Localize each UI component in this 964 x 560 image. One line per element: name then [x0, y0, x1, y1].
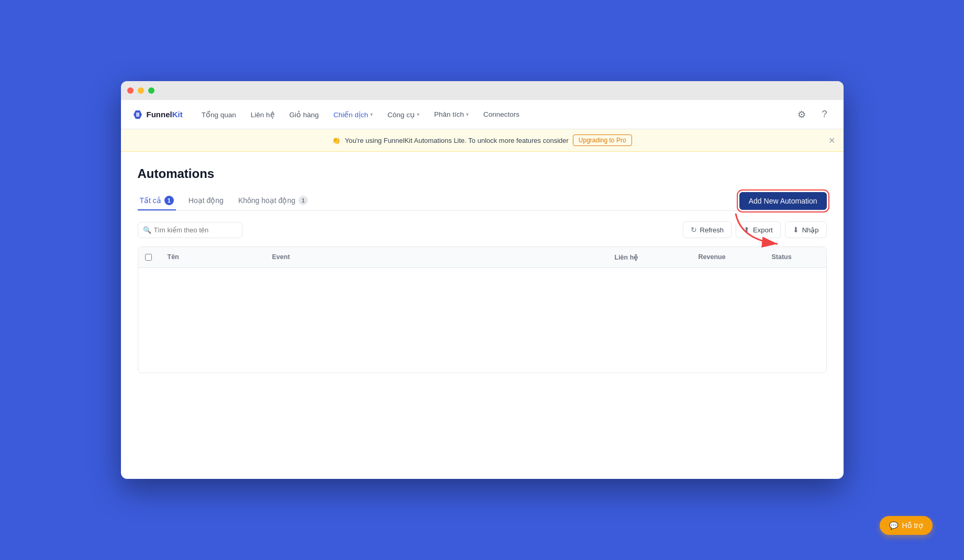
- nav-cong-cu[interactable]: Công cụ ▾: [381, 107, 426, 122]
- toolbar-actions: ↻ Refresh ⬆ Export ⬇ Nhập: [683, 221, 827, 238]
- search-icon: 🔍: [143, 226, 151, 234]
- dot-green[interactable]: [148, 87, 154, 94]
- toolbar: 🔍 ↻ Refresh ⬆ Export ⬇ Nhập: [138, 221, 827, 238]
- tab-all[interactable]: Tất cả 1: [138, 192, 176, 210]
- banner-emoji: 👏: [332, 137, 340, 144]
- table-body: [138, 268, 826, 373]
- support-button[interactable]: 💬 Hỗ trợ: [880, 516, 933, 535]
- nav-connectors[interactable]: Connectors: [477, 107, 526, 121]
- col-event: Event: [264, 247, 606, 267]
- top-navigation: FunnelKit Tổng quan Liên hệ Giỏ hàng Chi…: [121, 100, 844, 129]
- nav-tong-quan[interactable]: Tổng quan: [195, 107, 242, 122]
- dot-yellow[interactable]: [138, 87, 144, 94]
- dot-red[interactable]: [127, 87, 134, 94]
- page-title: Automations: [138, 166, 827, 181]
- help-button[interactable]: ?: [816, 106, 833, 123]
- nav-items: Tổng quan Liên hệ Giỏ hàng Chiến dịch ▾ …: [195, 107, 793, 122]
- automations-table: Tên Event Liên hệ Revenue Status: [138, 247, 827, 373]
- search-input[interactable]: [138, 222, 242, 238]
- chevron-down-icon: ▾: [417, 111, 419, 117]
- import-button[interactable]: ⬇ Nhập: [785, 221, 827, 238]
- chevron-down-icon: ▾: [466, 111, 469, 117]
- col-ten: Tên: [159, 247, 264, 267]
- import-icon: ⬇: [793, 226, 799, 234]
- logo-icon: [131, 108, 144, 121]
- logo-text: FunnelKit: [147, 110, 183, 119]
- nav-phan-tich[interactable]: Phân tích ▾: [428, 107, 475, 121]
- tabs: Tất cả 1 Hoạt động Không hoạt động 1: [138, 192, 320, 210]
- refresh-icon: ↻: [691, 226, 697, 234]
- banner-text: You're using FunnelKit Automations Lite.…: [345, 137, 568, 144]
- nav-lien-he[interactable]: Liên hệ: [245, 107, 281, 122]
- col-status: Status: [763, 247, 826, 267]
- tab-active[interactable]: Hoạt động: [186, 192, 226, 210]
- refresh-button[interactable]: ↻ Refresh: [683, 221, 732, 238]
- search-box: 🔍: [138, 222, 242, 238]
- col-lien-he: Liên hệ: [606, 247, 690, 267]
- add-new-automation-button[interactable]: Add New Automation: [739, 192, 827, 210]
- upgrade-to-pro-button[interactable]: Upgrading to Pro: [573, 135, 632, 146]
- export-icon: ⬆: [744, 226, 750, 234]
- logo[interactable]: FunnelKit: [131, 108, 183, 121]
- upgrade-banner: 👏 You're using FunnelKit Automations Lit…: [121, 129, 844, 152]
- nav-chien-dich[interactable]: Chiến dịch ▾: [327, 107, 379, 122]
- tab-all-badge: 1: [164, 196, 174, 205]
- table-header: Tên Event Liên hệ Revenue Status: [138, 247, 826, 268]
- settings-button[interactable]: ⚙: [793, 106, 810, 123]
- support-icon: 💬: [889, 521, 898, 530]
- banner-close-button[interactable]: ✕: [828, 136, 835, 145]
- nav-right: ⚙ ?: [793, 106, 833, 123]
- nav-gio-hang[interactable]: Giỏ hàng: [283, 107, 325, 122]
- app-content: FunnelKit Tổng quan Liên hệ Giỏ hàng Chi…: [121, 100, 844, 479]
- main-content: Automations Tất cả 1 Hoạt động Không hoạ…: [121, 152, 844, 479]
- browser-titlebar: [121, 81, 844, 100]
- tab-inactive-badge: 1: [298, 196, 308, 205]
- col-revenue: Revenue: [690, 247, 763, 267]
- tab-inactive[interactable]: Không hoạt động 1: [236, 192, 310, 210]
- chevron-down-icon: ▾: [370, 111, 373, 117]
- export-button[interactable]: ⬆ Export: [736, 221, 781, 238]
- col-checkbox: [138, 247, 159, 267]
- tabs-row: Tất cả 1 Hoạt động Không hoạt động 1 Add…: [138, 192, 827, 211]
- select-all-checkbox[interactable]: [145, 254, 152, 261]
